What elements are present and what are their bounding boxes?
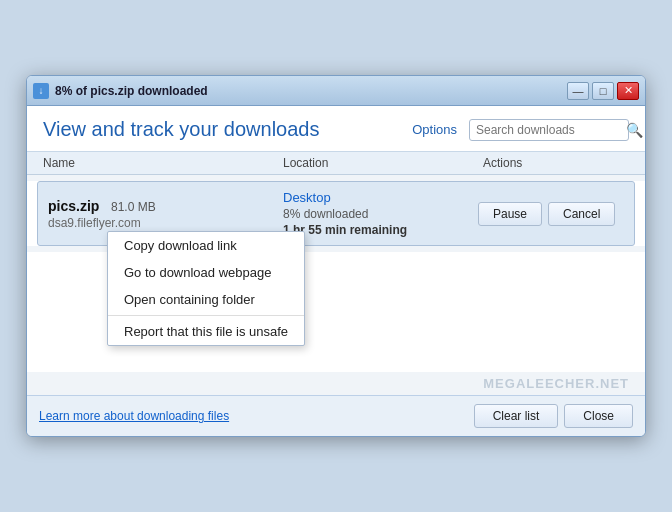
close-window-button[interactable]: ✕: [617, 82, 639, 100]
table-header: Name Location Actions: [27, 152, 645, 175]
page-title: View and track your downloads: [43, 118, 319, 141]
context-menu-item-report-unsafe[interactable]: Report that this file is unsafe: [108, 318, 304, 345]
download-file-info: pics.zip 81.0 MB dsa9.fileflyer.com: [48, 198, 283, 230]
close-button[interactable]: Close: [564, 404, 633, 428]
footer: Learn more about downloading files Clear…: [27, 395, 645, 436]
watermark: MEGALEECHER.NET: [27, 372, 645, 395]
window-title: 8% of pics.zip downloaded: [55, 84, 567, 98]
context-menu-item-goto-webpage[interactable]: Go to download webpage: [108, 259, 304, 286]
cancel-button[interactable]: Cancel: [548, 202, 615, 226]
search-box: 🔍: [469, 119, 629, 141]
location-link[interactable]: Desktop: [283, 190, 478, 205]
download-progress: 8% downloaded: [283, 207, 478, 221]
search-icon: 🔍: [626, 122, 643, 138]
window-icon: ↓: [33, 83, 49, 99]
clear-list-button[interactable]: Clear list: [474, 404, 559, 428]
download-manager-window: ↓ 8% of pics.zip downloaded — □ ✕ View a…: [26, 75, 646, 437]
column-actions-header: Actions: [483, 156, 629, 170]
window-controls: — □ ✕: [567, 82, 639, 100]
download-action-buttons: Pause Cancel: [478, 202, 615, 226]
titlebar: ↓ 8% of pics.zip downloaded — □ ✕: [27, 76, 645, 106]
footer-buttons: Clear list Close: [474, 404, 633, 428]
maximize-button[interactable]: □: [592, 82, 614, 100]
file-name: pics.zip: [48, 198, 99, 214]
context-menu-item-open-folder[interactable]: Open containing folder: [108, 286, 304, 313]
options-link[interactable]: Options: [412, 122, 457, 137]
file-source: dsa9.fileflyer.com: [48, 216, 283, 230]
time-remaining: 1 hr 55 min remaining: [283, 223, 478, 237]
download-location: Desktop 8% downloaded 1 hr 55 min remain…: [283, 190, 478, 237]
minimize-button[interactable]: —: [567, 82, 589, 100]
header: View and track your downloads Options 🔍: [27, 106, 645, 152]
context-menu: Copy download link Go to download webpag…: [107, 231, 305, 346]
column-location-header: Location: [283, 156, 483, 170]
search-input[interactable]: [476, 123, 626, 137]
context-menu-item-copy-link[interactable]: Copy download link: [108, 232, 304, 259]
pause-button[interactable]: Pause: [478, 202, 542, 226]
header-controls: Options 🔍: [412, 119, 629, 141]
context-menu-separator: [108, 315, 304, 316]
column-name-header: Name: [43, 156, 283, 170]
learn-more-link[interactable]: Learn more about downloading files: [39, 409, 229, 423]
file-size: 81.0 MB: [111, 200, 156, 214]
